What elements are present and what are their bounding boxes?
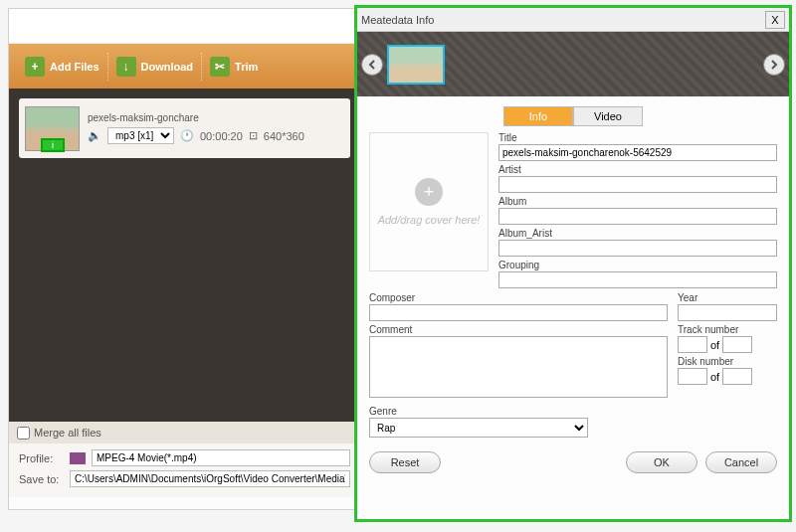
file-list: i pexels-maksim-gonchare 🔈 mp3 [x1] 🕐 00… [9, 89, 360, 422]
title-input[interactable] [498, 144, 777, 161]
tabs: Info Video [357, 106, 789, 126]
album-label: Album [498, 196, 777, 207]
add-cover-icon: + [415, 178, 443, 206]
album-input[interactable] [498, 208, 777, 225]
saveto-input[interactable] [70, 470, 350, 487]
file-thumbnail: i [25, 106, 80, 151]
meta-body: + Add/drag cover here! Title Artist Albu… [357, 132, 789, 288]
genre-select[interactable]: Rap [369, 418, 588, 438]
duration: 00:00:20 [200, 130, 243, 142]
dialog-buttons: Reset OK Cancel [357, 442, 789, 483]
album-artist-input[interactable] [498, 240, 777, 257]
format-select[interactable]: mp3 [x1] [107, 127, 174, 144]
trim-label: Trim [235, 61, 258, 73]
ok-button[interactable]: OK [626, 451, 697, 473]
cancel-button[interactable]: Cancel [705, 451, 777, 473]
close-button[interactable]: X [765, 11, 785, 29]
file-info: pexels-maksim-gonchare 🔈 mp3 [x1] 🕐 00:0… [88, 112, 344, 144]
reset-button[interactable]: Reset [369, 451, 441, 473]
download-label: Download [141, 61, 194, 73]
track-a-input[interactable] [678, 336, 707, 353]
artist-label: Artist [498, 164, 777, 175]
bottom-panel: Profile: Save to: [9, 443, 360, 497]
resolution: 640*360 [264, 130, 304, 142]
composer-label: Composer [369, 292, 668, 303]
cover-hint: Add/drag cover here! [378, 214, 481, 226]
carousel-thumbnail[interactable] [387, 45, 445, 85]
carousel-prev-button[interactable] [361, 54, 383, 76]
grouping-input[interactable] [498, 271, 777, 288]
genre-row: Genre Rap [357, 402, 789, 442]
disk-label: Disk number [678, 356, 777, 367]
download-icon: ↓ [116, 57, 136, 77]
profile-label: Profile: [19, 452, 64, 464]
file-name: pexels-maksim-gonchare [88, 112, 344, 123]
dialog-titlebar: Meatedata Info X [357, 8, 789, 32]
album-artist-label: Album_Arist [498, 228, 777, 239]
info-icon[interactable]: i [41, 138, 65, 152]
profile-icon [70, 452, 86, 464]
chevron-right-icon [769, 60, 779, 70]
tab-info[interactable]: Info [503, 106, 573, 126]
file-row[interactable]: i pexels-maksim-gonchare 🔈 mp3 [x1] 🕐 00… [19, 98, 350, 158]
clock-icon: 🕐 [180, 129, 194, 142]
add-files-icon: + [25, 57, 45, 77]
metadata-dialog: Meatedata Info X Info Video + Add/drag c… [354, 5, 792, 522]
carousel-next-button[interactable] [763, 54, 785, 76]
artist-input[interactable] [498, 176, 777, 193]
download-button[interactable]: ↓ Download [108, 53, 203, 81]
track-label: Track number [678, 324, 777, 335]
merge-checkbox[interactable] [17, 427, 30, 440]
header [9, 9, 360, 44]
profile-input[interactable] [92, 449, 350, 466]
merge-label: Merge all files [34, 427, 101, 439]
disk-a-input[interactable] [678, 368, 707, 385]
year-input[interactable] [678, 304, 777, 321]
toolbar: + Add Files ↓ Download ✂ Trim [9, 44, 360, 89]
lower-fields: Composer Comment Year Track number of Di… [357, 288, 789, 402]
tab-video[interactable]: Video [573, 106, 643, 126]
disk-b-input[interactable] [722, 368, 752, 385]
year-label: Year [678, 292, 777, 303]
trim-button[interactable]: ✂ Trim [202, 53, 266, 81]
genre-label: Genre [369, 406, 777, 417]
resolution-icon: ⊡ [249, 129, 258, 142]
cover-dropzone[interactable]: + Add/drag cover here! [369, 132, 489, 271]
track-b-input[interactable] [722, 336, 752, 353]
trim-icon: ✂ [210, 57, 230, 77]
chevron-left-icon [367, 60, 377, 70]
merge-row: Merge all files [9, 422, 360, 443]
grouping-label: Grouping [498, 260, 777, 270]
title-label: Title [498, 132, 777, 143]
saveto-label: Save to: [19, 473, 64, 485]
file-meta: 🔈 mp3 [x1] 🕐 00:00:20 ⊡ 640*360 [88, 127, 344, 144]
carousel [357, 32, 789, 96]
add-files-label: Add Files [50, 61, 100, 73]
comment-label: Comment [369, 324, 668, 335]
dialog-title: Meatedata Info [361, 14, 434, 26]
add-files-button[interactable]: + Add Files [17, 53, 108, 81]
comment-input[interactable] [369, 336, 668, 398]
main-window: + Add Files ↓ Download ✂ Trim i pexels-m… [8, 8, 361, 510]
composer-input[interactable] [369, 304, 668, 321]
speaker-icon: 🔈 [88, 129, 101, 142]
